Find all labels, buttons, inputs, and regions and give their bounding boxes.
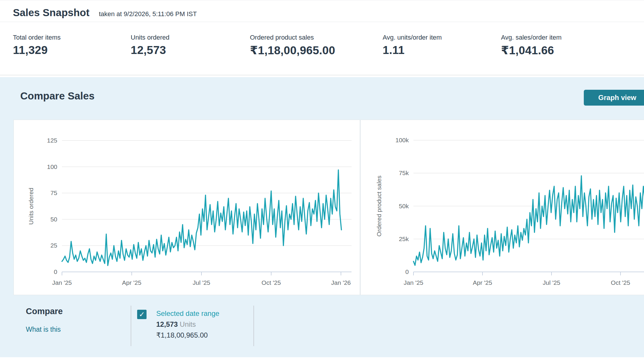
svg-text:Units ordered: Units ordered [28, 188, 34, 225]
svg-text:25k: 25k [399, 236, 409, 242]
svg-text:Jan '25: Jan '25 [403, 279, 423, 286]
compare-heading: Compare [26, 306, 63, 316]
charts-row: 0255075100125Jan '25Apr '25Jul '25Oct '2… [14, 120, 644, 295]
svg-text:Apr '25: Apr '25 [473, 279, 492, 286]
legend-label: Selected date range [156, 308, 219, 319]
stat-total-order-items: Total order items 11,329 [13, 34, 61, 57]
legend-units-value: 12,573 [156, 320, 178, 328]
svg-text:0: 0 [405, 268, 409, 275]
compare-sales-title: Compare Sales [20, 90, 95, 102]
svg-text:Oct '25: Oct '25 [262, 279, 281, 286]
header-bar: Sales Snapshot taken at 9/2/2026, 5:11:0… [0, 0, 644, 22]
stat-label: Avg. sales/order item [501, 34, 561, 41]
legend-units-line: 12,573 Units [156, 319, 219, 330]
stat-label: Avg. units/order item [383, 34, 442, 41]
stat-label: Ordered product sales [250, 34, 335, 41]
compare-sales-section: Compare Sales Graph view 0255075100125Ja… [0, 77, 644, 357]
divider [131, 306, 131, 346]
svg-text:Jul '25: Jul '25 [543, 279, 560, 286]
svg-text:Jul '25: Jul '25 [193, 279, 210, 286]
svg-text:25: 25 [51, 242, 57, 249]
svg-text:Jan '26: Jan '26 [331, 279, 351, 286]
snapshot-timestamp: taken at 9/2/2026, 5:11:06 PM IST [99, 10, 197, 18]
svg-text:Oct '25: Oct '25 [611, 279, 630, 286]
stat-value: ₹1,041.66 [501, 44, 561, 57]
svg-text:50k: 50k [399, 203, 409, 209]
units-ordered-chart: 0255075100125Jan '25Apr '25Jul '25Oct '2… [14, 120, 360, 295]
svg-text:100k: 100k [395, 137, 409, 143]
stats-band: Total order items 11,329 Units ordered 1… [0, 22, 644, 75]
stat-label: Units ordered [131, 34, 169, 41]
svg-text:Apr '25: Apr '25 [122, 279, 142, 286]
stat-value: 11,329 [13, 44, 61, 57]
stat-avg-sales-per-order-item: Avg. sales/order item ₹1,041.66 [501, 34, 561, 57]
ordered-product-sales-chart: 025k50k75k100kJan '25Apr '25Jul '25Oct '… [361, 120, 644, 295]
selected-date-range-legend: Selected date range 12,573 Units ₹1,18,0… [156, 308, 219, 341]
svg-text:100: 100 [47, 163, 57, 170]
legend-sales-value: ₹1,18,00,965.00 [156, 330, 219, 341]
page-title: Sales Snapshot [13, 7, 90, 18]
bottom-strip [0, 357, 644, 359]
svg-text:125: 125 [47, 137, 57, 144]
svg-text:75k: 75k [399, 170, 409, 176]
stat-value: 1.11 [383, 44, 442, 57]
svg-text:0: 0 [54, 268, 57, 275]
units-ordered-chart-card: 0255075100125Jan '25Apr '25Jul '25Oct '2… [14, 120, 360, 295]
svg-text:Ordered product sales: Ordered product sales [376, 176, 382, 237]
stat-avg-units-per-order-item: Avg. units/order item 1.11 [383, 34, 442, 57]
what-is-this-link[interactable]: What is this [26, 326, 61, 333]
date-range-checkbox[interactable]: ✓ [137, 310, 147, 319]
svg-text:50: 50 [51, 216, 57, 223]
stat-ordered-product-sales: Ordered product sales ₹1,18,00,965.00 [250, 34, 335, 57]
graph-view-button[interactable]: Graph view [584, 90, 644, 106]
svg-text:75: 75 [51, 189, 57, 196]
divider [253, 306, 254, 346]
sales-snapshot-page: Sales Snapshot taken at 9/2/2026, 5:11:0… [0, 0, 644, 359]
stat-label: Total order items [13, 34, 61, 41]
legend-units-suffix: Units [180, 320, 196, 328]
svg-text:Jan '25: Jan '25 [52, 279, 72, 286]
stat-units-ordered: Units ordered 12,573 [131, 34, 169, 57]
stat-value: ₹1,18,00,965.00 [250, 44, 335, 57]
check-icon: ✓ [139, 310, 145, 318]
stat-value: 12,573 [131, 44, 169, 57]
ordered-product-sales-chart-card: 025k50k75k100kJan '25Apr '25Jul '25Oct '… [360, 120, 644, 295]
